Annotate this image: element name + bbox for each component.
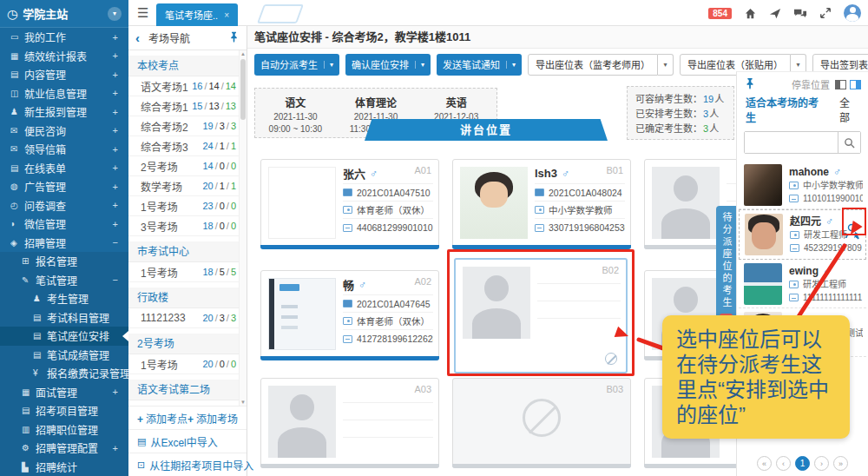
room-row[interactable]: 语文考试第二场 //	[128, 380, 247, 400]
add-point-button[interactable]: +添加考点	[137, 411, 187, 426]
expand-toggle-icon[interactable]: +	[113, 182, 128, 192]
expand-toggle-icon[interactable]: +	[113, 443, 128, 453]
room-row[interactable]: 综合考场1 15/13/13	[128, 96, 247, 116]
hamburger-icon[interactable]: ☰	[137, 5, 148, 21]
dropdown-caret-icon[interactable]: ▾	[415, 61, 424, 69]
room-row[interactable]: 1号考场 20/0/0	[128, 354, 247, 374]
collapse-arrow-icon[interactable]: ‹	[135, 30, 140, 45]
chevron-down-icon[interactable]: ▾	[108, 7, 122, 21]
sidebar-item[interactable]: ▤ 考试科目管理	[0, 308, 128, 327]
sidebar-item[interactable]: ▦ 绩效统计报表 +	[0, 47, 128, 66]
prev-page-button[interactable]: ‹	[776, 456, 791, 471]
candidate-row[interactable]: 赵四元♂ 研发工程师 45232919780911	[739, 209, 866, 260]
room-row[interactable]: 1号考场 23/0/0	[128, 196, 247, 216]
expand-toggle-icon[interactable]: +	[113, 162, 128, 173]
sidebar-item[interactable]: ✉ 领导信箱 +	[0, 140, 128, 159]
sidebar-item[interactable]: ▦ 面试管理 +	[0, 383, 128, 402]
import-previous-button[interactable]: ⊡ 从往期招考项目中导入	[128, 453, 247, 476]
last-page-button[interactable]: »	[833, 456, 848, 471]
sidebar-item[interactable]: ▭ 我的工作 +	[0, 28, 128, 47]
sidebar-item[interactable]: ⚙ 招聘管理配置 +	[0, 439, 128, 458]
sidebar-item[interactable]: ◍ 广告管理 +	[0, 177, 128, 196]
search-input[interactable]	[745, 132, 838, 153]
room-row[interactable]: 11121233 20/3/3	[128, 308, 247, 328]
tab-fit-candidates[interactable]: 适合本考场的考生	[746, 95, 825, 124]
sidebar-item[interactable]: ◈ 招聘管理 −	[0, 234, 128, 253]
expand-toggle-icon[interactable]: +	[113, 32, 128, 43]
dropdown-caret-icon[interactable]: ▾	[658, 54, 674, 76]
primary-action-button[interactable]: 发送笔试通知 ▾	[437, 54, 522, 76]
candidate-row[interactable]: ewing♂ 研发工程师 11111111111111	[739, 260, 866, 308]
shortcut-icon[interactable]	[768, 6, 782, 20]
sidebar-item[interactable]: ◴ 问卷调查 +	[0, 196, 128, 215]
sidebar-item[interactable]: ▤ 在线表单 +	[0, 159, 128, 178]
sidebar-item[interactable]: ▤ 内容管理 +	[0, 65, 128, 84]
room-row[interactable]: 综合考场2 19/3/3	[128, 116, 247, 136]
sidebar-item[interactable]: ✎ 笔试管理 −	[0, 271, 128, 290]
room-row[interactable]: 行政楼 //	[128, 288, 247, 308]
scroll-thumb[interactable]	[240, 59, 246, 120]
sidebar-item[interactable]: ✉ 便民咨询 +	[0, 122, 128, 141]
sidebar-item[interactable]: ◗ 微信管理 +	[0, 215, 128, 234]
expand-icon[interactable]	[819, 6, 832, 20]
expand-toggle-icon[interactable]: +	[113, 200, 128, 210]
user-avatar[interactable]	[844, 4, 861, 22]
room-row[interactable]: 2号考场 14/0/0	[128, 156, 247, 176]
first-page-button[interactable]: «	[757, 456, 772, 471]
brand[interactable]: ◷ 学院主站 ▾	[0, 0, 128, 28]
pin-icon[interactable]	[744, 77, 756, 92]
import-excel-button[interactable]: ▤ 从Excel中导入	[128, 429, 247, 453]
dropdown-caret-icon[interactable]: ▾	[506, 61, 516, 69]
room-row[interactable]: 3号考场 18/0/0	[128, 216, 247, 236]
sidebar-item[interactable]: ▥ 招聘职位管理	[0, 420, 128, 440]
sidebar-item[interactable]: ♟ 新生报到管理 +	[0, 102, 128, 122]
room-row[interactable]: 语文考场1 16/14/14	[128, 76, 247, 96]
expand-toggle-icon[interactable]: +	[113, 219, 128, 229]
sidebar-item[interactable]: ▙ 招聘统计	[0, 458, 128, 476]
expand-toggle-icon[interactable]: +	[113, 144, 128, 155]
dropdown-caret-icon[interactable]: ▾	[324, 61, 333, 69]
expand-toggle-icon[interactable]: +	[113, 387, 128, 397]
expand-toggle-icon[interactable]: +	[113, 50, 128, 61]
clear-seat-icon[interactable]	[605, 353, 617, 365]
room-row[interactable]: 本校考点 //	[128, 56, 247, 76]
expand-toggle-icon[interactable]: +	[113, 88, 128, 98]
seat-card[interactable]: A01 张六♂ 2021C01A047510 体育老师（双休） 44068129…	[260, 159, 439, 249]
pending-candidates-tab[interactable]: 待分派座位的考生 4	[716, 206, 736, 332]
home-icon[interactable]	[743, 6, 757, 20]
tab-all-candidates[interactable]: 全部	[839, 95, 859, 124]
sidebar-item[interactable]: ◫ 就业信息管理 +	[0, 84, 128, 103]
room-row[interactable]: 综合考场3 24/1/1	[128, 136, 247, 156]
export-button[interactable]: 导出座位表（监考老师用） ▾	[528, 54, 674, 76]
expand-toggle-icon[interactable]: +	[113, 125, 128, 136]
seat-card[interactable]: B02	[454, 258, 628, 374]
room-row[interactable]: 1号考场 18/5/5	[128, 262, 247, 282]
page-number[interactable]: 1	[795, 456, 810, 471]
sidebar-item[interactable]: ▤ 笔试座位安排	[0, 327, 128, 346]
sidebar-item[interactable]: ♟ 考生管理	[0, 289, 128, 308]
next-page-button[interactable]: ›	[814, 456, 829, 471]
candidate-row[interactable]: mahone♂ 中小学数学教师 110101199001017030	[739, 161, 866, 209]
sidebar-item[interactable]: ⊞ 报名管理	[0, 252, 128, 271]
expand-toggle-icon[interactable]: −	[113, 274, 128, 285]
scroll-up-icon[interactable]: ▲	[240, 51, 247, 56]
room-row[interactable]: 数学考场 20/1/1	[128, 176, 247, 196]
messages-icon[interactable]	[793, 6, 807, 20]
sidebar-item[interactable]: ▤ 招考项目管理	[0, 401, 128, 420]
notification-badge[interactable]: 854	[708, 8, 732, 19]
sidebar-item[interactable]: ▤ 笔试成绩管理	[0, 346, 128, 365]
close-icon[interactable]: ×	[224, 10, 229, 20]
expand-toggle-icon[interactable]: +	[113, 69, 128, 80]
sidebar-item[interactable]: ¥ 报名缴费记录管理	[0, 364, 128, 383]
search-icon[interactable]	[838, 132, 860, 153]
primary-action-button[interactable]: 确认座位安排 ▾	[345, 54, 431, 76]
assign-to-seat-icon[interactable]	[844, 221, 863, 243]
pin-icon[interactable]	[228, 31, 240, 45]
room-row[interactable]: 市考试中心 //	[128, 241, 247, 262]
scroll-down-icon[interactable]: ▼	[240, 400, 247, 405]
seat-card[interactable]: B01 lsh3♂ 2021C01A048024 中小学数学教师 3307191…	[452, 159, 631, 249]
seat-card[interactable]: A03	[260, 378, 439, 468]
scrollbar[interactable]: ▲ ▼	[239, 50, 247, 406]
seat-card[interactable]: B03	[452, 378, 631, 468]
primary-action-button[interactable]: 自动分派考生 ▾	[254, 54, 339, 76]
